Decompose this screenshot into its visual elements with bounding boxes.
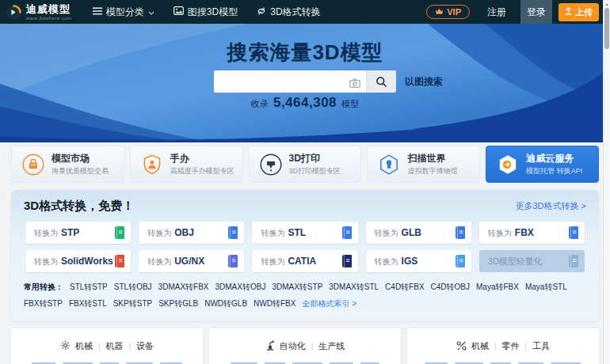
- format-label: CATIA: [288, 256, 316, 267]
- hero-title: 搜索海量3D模型: [0, 39, 610, 66]
- search-button[interactable]: [366, 70, 396, 93]
- nav-item-label: 图搜3D模型: [188, 6, 238, 19]
- search-by-image-link[interactable]: 以图搜索: [405, 75, 443, 89]
- feature-card-title: 手办: [170, 154, 234, 165]
- common-conversion-link[interactable]: C4D转FBX: [385, 282, 424, 293]
- common-conversion-link[interactable]: NWD转FBX: [254, 298, 295, 309]
- feature-card-4[interactable]: 扫描世界虚拟数字博物馆: [367, 146, 480, 183]
- common-conversion-link[interactable]: 3DMAX转STP: [272, 282, 322, 293]
- convert-button-glb[interactable]: 转换为GLB: [366, 222, 471, 244]
- nav-right: VIP 注册 登录 上传: [426, 0, 610, 24]
- vertical-scrollbar[interactable]: ▲: [603, 0, 610, 364]
- convert-prefix: 转换为: [261, 256, 284, 267]
- convert-prefix: 转换为: [147, 256, 171, 267]
- common-conversion-link[interactable]: FBX转STP: [24, 298, 63, 309]
- nav-item-2[interactable]: 图搜3D模型: [173, 6, 238, 19]
- convert-prefix: 转换为: [375, 256, 398, 267]
- search-box: [214, 70, 366, 93]
- common-conversion-link[interactable]: 3DMAX转OBJ: [215, 282, 266, 293]
- common-conversion-link[interactable]: FBX转STL: [69, 298, 107, 309]
- count-suffix: 模型: [341, 98, 359, 110]
- file-icon: [341, 255, 352, 267]
- feature-card-subtitle: 模型托管 转换API: [526, 167, 582, 175]
- format-label: OBJ: [174, 227, 194, 238]
- format-converter-panel: 3D格式转换，免费！ 更多3D格式转换 > 转换为STP转换为OBJ转换为STL…: [11, 190, 599, 321]
- market-bag-icon: [22, 154, 44, 176]
- common-conversion-link[interactable]: 3DMAX转STL: [329, 282, 379, 293]
- nav-item-label: 3D格式转换: [270, 6, 320, 19]
- convert-button-stp[interactable]: 转换为STP: [25, 222, 131, 244]
- scroll-up-arrow[interactable]: ▲: [604, 0, 610, 7]
- more-formats-link[interactable]: 更多3D格式转换 >: [515, 200, 586, 212]
- common-conversion-link[interactable]: C4D转OBJ: [431, 282, 470, 293]
- common-conversion-link[interactable]: STL转OBJ: [114, 282, 152, 293]
- convert-button-text: 转换为STL: [261, 227, 306, 239]
- category-card-1[interactable]: 机械|机器|设备: [11, 328, 203, 364]
- feature-card-text: 扫描世界虚拟数字博物馆: [407, 154, 457, 175]
- convert-button-ug-nx[interactable]: 转换为UG/NX: [139, 250, 244, 272]
- feature-card-title: 扫描世界: [407, 154, 457, 165]
- vip-label: VIP: [447, 7, 461, 17]
- machinery-icon: [60, 340, 71, 352]
- feature-card-1[interactable]: 模型市场海量优质模型交易: [11, 146, 124, 183]
- category-card-header: 机械|机器|设备: [60, 340, 154, 352]
- common-conversion-link[interactable]: 3DMAX转FBX: [158, 282, 209, 293]
- category-label: 机械: [75, 340, 93, 352]
- convert-button-obj[interactable]: 转换为OBJ: [139, 222, 244, 244]
- lightweight-button[interactable]: 3D模型轻量化: [479, 250, 585, 272]
- file-icon: [114, 255, 124, 267]
- convert-button-solidworks[interactable]: 转换为SolidWorks: [25, 250, 131, 272]
- common-conversion-link[interactable]: NWD转GLB: [204, 298, 247, 309]
- separator: |: [525, 342, 528, 351]
- scan-world-icon: [378, 154, 400, 176]
- category-card-header: 自动化|生产线: [265, 340, 345, 352]
- nav-item-label: 模型分类: [106, 6, 144, 19]
- convert-button-catia[interactable]: 转换为CATIA: [252, 250, 357, 272]
- common-conversion-link[interactable]: SKP转GLB: [158, 298, 198, 309]
- scrollbar-thumb[interactable]: [604, 8, 609, 49]
- logo-icon: [6, 5, 21, 20]
- feature-card-text: 模型市场海量优质模型交易: [51, 154, 109, 175]
- convert-button-stl[interactable]: 转换为STL: [252, 222, 357, 244]
- feature-card-5[interactable]: 迪威云服务模型托管 转换API: [486, 146, 599, 183]
- file-icon: [455, 226, 465, 239]
- vip-button[interactable]: VIP: [426, 5, 470, 19]
- feature-card-row: 模型市场海量优质模型交易手办高精度手办模型专区3D打印3D打印模型专区扫描世界虚…: [11, 146, 599, 183]
- convert-prefix: 转换为: [34, 256, 58, 267]
- nav-item-3[interactable]: 3D格式转换: [257, 6, 320, 19]
- all-formats-index-link[interactable]: 全部格式索引 >: [302, 298, 356, 309]
- register-link[interactable]: 注册: [487, 6, 506, 19]
- separator: |: [129, 342, 132, 351]
- upload-button[interactable]: 上传: [559, 3, 599, 21]
- feature-card-3[interactable]: 3D打印3D打印模型专区: [249, 146, 362, 183]
- convert-button-text: 转换为SolidWorks: [34, 256, 113, 267]
- separator: |: [494, 342, 497, 351]
- convert-button-fbx[interactable]: 转换为FBX: [479, 222, 585, 244]
- file-icon: [568, 226, 578, 239]
- convert-button-text: 转换为STP: [34, 227, 79, 239]
- convert-button-text: 转换为IGS: [375, 256, 418, 267]
- common-conversion-link[interactable]: Maya转STL: [525, 282, 567, 293]
- feature-card-2[interactable]: 手办高精度手办模型专区: [130, 146, 243, 183]
- common-conversion-link[interactable]: STL转STP: [70, 282, 108, 293]
- category-card-header: 机械|零件|工具: [456, 340, 550, 352]
- automation-icon: [265, 340, 275, 352]
- category-label: 工具: [532, 340, 550, 352]
- login-button[interactable]: 登录: [520, 0, 552, 24]
- common-conversion-link[interactable]: SKP转STP: [113, 298, 152, 309]
- convert-prefix: 转换为: [34, 228, 58, 239]
- separator: |: [311, 342, 314, 351]
- convert-icon: [257, 6, 266, 18]
- search-input[interactable]: [214, 70, 366, 93]
- category-card-2[interactable]: 自动化|生产线: [209, 328, 401, 364]
- common-conversion-link[interactable]: Maya转FBX: [476, 282, 519, 293]
- category-card-3[interactable]: 机械|零件|工具: [407, 328, 599, 364]
- site-logo[interactable]: 迪威模型 www.3dwhere.com: [6, 4, 72, 21]
- format-label: 3D模型轻量化: [488, 256, 543, 267]
- convert-button-igs[interactable]: 转换为IGS: [366, 250, 471, 272]
- nav-item-1[interactable]: 模型分类: [93, 6, 154, 19]
- category-card-row: 机械|机器|设备自动化|生产线机械|零件|工具: [11, 328, 599, 364]
- camera-icon[interactable]: [349, 77, 360, 91]
- panel-title: 3D格式转换，免费！: [24, 199, 134, 214]
- feature-card-text: 迪威云服务模型托管 转换API: [526, 154, 582, 175]
